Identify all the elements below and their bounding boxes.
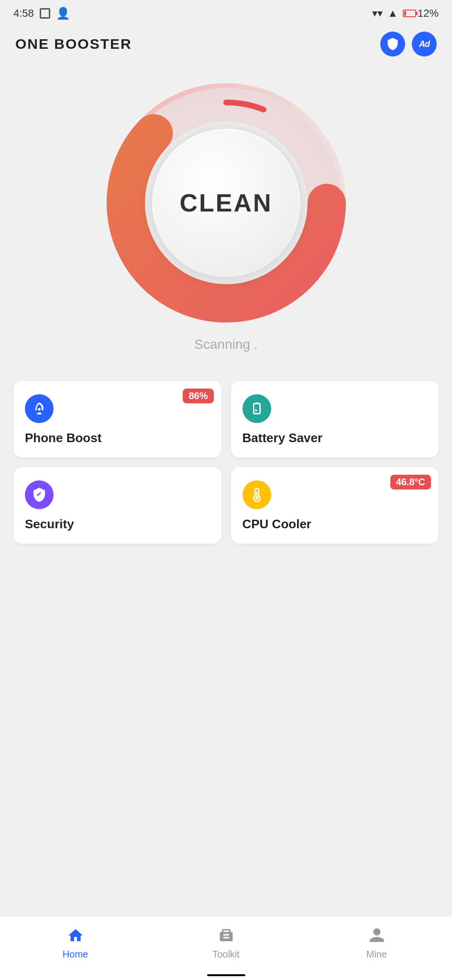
svg-rect-6: [255, 402, 258, 404]
outer-ring[interactable]: CLEAN: [107, 83, 346, 323]
shield-button[interactable]: [380, 32, 405, 56]
cpu-cooler-badge: 46.8°C: [390, 475, 431, 490]
nav-toolkit[interactable]: Toolkit: [151, 925, 301, 960]
battery-saver-card[interactable]: Battery Saver: [231, 381, 439, 457]
phone-boost-label: Phone Boost: [25, 431, 101, 445]
bottom-nav: Home Toolkit Mine: [0, 916, 452, 974]
thermometer-icon: [249, 487, 265, 502]
signal-icon: ▲: [387, 7, 398, 20]
security-label: Security: [25, 517, 74, 531]
header-icons: Ad: [380, 32, 437, 56]
person-icon: 👤: [56, 7, 70, 20]
cpu-cooler-icon-wrap: [243, 480, 271, 509]
svg-rect-5: [254, 403, 260, 413]
phone-boost-card[interactable]: 86% Phone Boost: [13, 381, 221, 457]
ad-icon-label: Ad: [419, 39, 430, 49]
cpu-cooler-card[interactable]: 46.8°C CPU Cooler: [231, 467, 439, 544]
battery-saver-icon: [249, 401, 265, 416]
status-left: 4:58 👤: [13, 7, 70, 20]
security-card[interactable]: Security: [13, 467, 221, 544]
status-right: ▾▾ ▲ 12%: [372, 7, 439, 20]
clean-button[interactable]: CLEAN: [152, 129, 300, 277]
main-circle-container[interactable]: CLEAN Scanning .: [0, 64, 452, 362]
wifi-icon: ▾▾: [372, 7, 383, 20]
ad-block-button[interactable]: Ad: [412, 32, 437, 56]
home-icon: [65, 925, 86, 946]
nav-mine-label: Mine: [366, 949, 387, 960]
toolkit-icon: [216, 925, 237, 946]
phone-boost-badge: 86%: [183, 389, 213, 403]
battery-saver-icon-wrap: [243, 394, 271, 423]
nav-home-label: Home: [63, 949, 88, 960]
app-header: ONE BOOSTER Ad: [0, 24, 452, 64]
battery-percent: 12%: [418, 7, 439, 20]
stop-icon: [40, 8, 50, 19]
battery-saver-label: Battery Saver: [243, 431, 323, 445]
home-indicator: [0, 974, 452, 980]
feature-section: 86% Phone Boost Battery Saver: [0, 362, 452, 735]
clean-label[interactable]: CLEAN: [179, 189, 272, 217]
app-title: ONE BOOSTER: [15, 36, 132, 52]
scanning-status: Scanning .: [194, 337, 257, 352]
security-icon: [32, 487, 47, 502]
battery-box: 12%: [403, 7, 439, 20]
security-icon-wrap: [25, 480, 54, 509]
cpu-cooler-label: CPU Cooler: [243, 517, 311, 531]
nav-home[interactable]: Home: [0, 925, 151, 960]
nav-toolkit-label: Toolkit: [212, 949, 240, 960]
status-bar: 4:58 👤 ▾▾ ▲ 12%: [0, 0, 452, 24]
time-display: 4:58: [13, 7, 34, 20]
rocket-icon: [32, 401, 47, 416]
feature-grid: 86% Phone Boost Battery Saver: [13, 381, 439, 544]
phone-boost-icon-wrap: [25, 394, 54, 423]
mine-icon: [366, 925, 387, 946]
svg-point-4: [38, 408, 40, 411]
nav-mine[interactable]: Mine: [301, 925, 452, 960]
battery-icon: [403, 10, 416, 17]
